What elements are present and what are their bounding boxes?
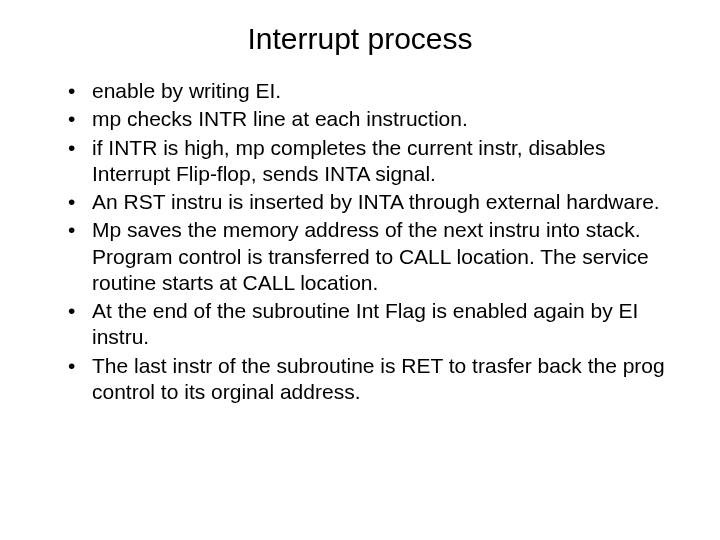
list-item: enable by writing EI. — [68, 78, 672, 104]
slide-title: Interrupt process — [48, 22, 672, 56]
slide: Interrupt process enable by writing EI. … — [0, 0, 720, 540]
list-item: if INTR is high, mp completes the curren… — [68, 135, 672, 188]
list-item: An RST instru is inserted by INTA throug… — [68, 189, 672, 215]
list-item: The last instr of the subroutine is RET … — [68, 353, 672, 406]
list-item: At the end of the subroutine Int Flag is… — [68, 298, 672, 351]
list-item: Mp saves the memory address of the next … — [68, 217, 672, 296]
list-item: mp checks INTR line at each instruction. — [68, 106, 672, 132]
bullet-list: enable by writing EI. mp checks INTR lin… — [48, 78, 672, 405]
